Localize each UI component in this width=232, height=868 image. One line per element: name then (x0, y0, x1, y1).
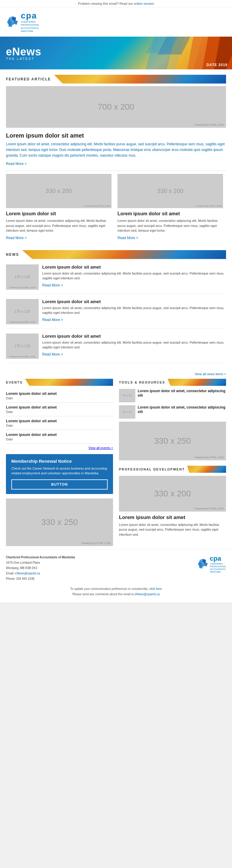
event-item-3: Lorem ipsum dolor sit amet Date (6, 416, 113, 430)
events-header-deco (25, 379, 113, 386)
news-body-2: Lorem ipsum dolor sit amet, consectetur … (42, 306, 226, 315)
two-col-img-size-2: 330 x 200 (157, 188, 184, 194)
footer-addr1: 1675-One Lombard Place (6, 561, 40, 564)
events-header: EVENTS (6, 379, 113, 386)
event-date-4: Date (6, 437, 113, 441)
tools-big-img-size: 330 x 250 (154, 436, 191, 446)
tools-header: TOOLS & RESOURCES (119, 379, 226, 386)
news-powered-3: Powered by HTML.COM (6, 355, 39, 358)
news-content-1: Lorem ipsum dolor sit amet Lorem ipsum d… (42, 265, 226, 290)
event-item-4: Lorem ipsum dolor sit amet Date (6, 430, 113, 444)
hero-text-area: eNews THE LATEST (6, 45, 41, 60)
news-img-size-3: 175 x 125 (14, 344, 30, 348)
prodev-header-deco (187, 466, 226, 473)
tools-col: TOOLS & RESOURCES 65 x 25 Lorem ipsum do… (119, 379, 226, 549)
membership-box: Membership Renewal Notice Check out the … (6, 454, 113, 494)
news-img-2: 175 x 125 Powered by HTML.COM (6, 299, 39, 324)
prodev-img: 330 x 200 Powered by HTML.COM (119, 476, 226, 512)
news-item-1: 175 x 125 Powered by HTML.COM Lorem ipsu… (6, 265, 226, 294)
view-all-events[interactable]: View all events > (6, 444, 113, 450)
event-title-2: Lorem ipsum dolor sit amet (6, 405, 113, 409)
event-title-3: Lorem ipsum dolor sit amet (6, 418, 113, 423)
bottom-two-col: EVENTS Lorem ipsum dolor sit amet Date L… (0, 379, 232, 549)
footer-bottom: To update your communication preferences… (6, 586, 226, 597)
featured-header-deco (54, 75, 226, 84)
footer-email-label: Email: (6, 572, 14, 575)
featured-section: 700 x 200 Powered by HTML.COM (0, 86, 232, 128)
two-col-articles: 330 x 200 Powered by HTML.COM Lorem ipsu… (0, 171, 232, 243)
event-date-3: Date (6, 424, 113, 427)
news-powered-2: Powered by HTML.COM (6, 321, 39, 323)
hero-banner: eNews THE LATEST DATE 2019 (0, 37, 232, 69)
footer-address: Chartered Professional Accountants of Ma… (6, 555, 75, 582)
footer-email-link[interactable]: eNews@cpamb.ca (15, 572, 40, 575)
logo-cpa-label: cpa (21, 11, 39, 21)
left-big-img-size: 330 x 250 (41, 518, 78, 527)
tools-header-deco (167, 379, 226, 386)
featured-label: FEATURED ARTICLE (6, 77, 51, 81)
two-col-read-more-1[interactable]: Read More > (6, 236, 27, 240)
two-col-item-2: 330 x 200 Powered by HTML.COM Lorem ipsu… (114, 171, 226, 243)
two-col-item-1: 330 x 200 Powered by HTML.COM Lorem ipsu… (6, 171, 114, 243)
email-wrapper: Problem viewing this email? Read our onl… (0, 0, 232, 602)
tools-big-img-powered: Powered by HTML.COM (195, 456, 224, 459)
prodev-header: PROFESSIONAL DEVELOPMENT (119, 466, 226, 473)
news-section: 175 x 125 Powered by HTML.COM Lorem ipsu… (0, 261, 232, 371)
featured-article-content: Lorem ipsum dolor sit amet Lorem ipsum d… (0, 128, 232, 171)
news-header-deco (22, 250, 226, 259)
view-all-events-link[interactable]: View all events > (88, 446, 113, 450)
logo-area: cpa CHARTERED PROFESSIONAL ACCOUNTANTS M… (6, 11, 39, 33)
footer-top: Chartered Professional Accountants of Ma… (6, 555, 226, 582)
view-all-news-link[interactable]: View all news items > (195, 372, 226, 376)
header: cpa CHARTERED PROFESSIONAL ACCOUNTANTS M… (0, 7, 232, 37)
news-read-more-3[interactable]: Read More > (42, 352, 63, 356)
featured-powered: Powered by HTML.COM (195, 123, 224, 126)
news-item-2: 175 x 125 Powered by HTML.COM Lorem ipsu… (6, 299, 226, 329)
featured-read-more[interactable]: Read More > (6, 162, 27, 166)
hero-enews: eNews (6, 45, 41, 58)
news-read-more-2[interactable]: Read More > (42, 318, 63, 322)
news-read-more-1[interactable]: Read More > (42, 283, 63, 287)
tools-big-img: 330 x 250 Powered by HTML.COM (119, 422, 226, 460)
featured-body: Lorem ipsum dolor sit amet, consectetur … (6, 142, 226, 159)
left-big-img-powered: Powered by HTML.COM (81, 541, 111, 545)
news-label: NEWS (6, 252, 19, 257)
prodev-body: Lorem ipsum dolor sit amet, consectetur … (119, 522, 226, 537)
two-col-read-more-2[interactable]: Read More > (118, 236, 138, 240)
news-content-3: Lorem ipsum dolor sit amet Lorem ipsum d… (42, 334, 226, 359)
news-img-size-1: 175 x 125 (14, 275, 30, 279)
news-section-header: NEWS (0, 248, 232, 261)
send-text: Please send any comments about this emai… (72, 593, 134, 596)
hero-date: DATE 2019 (206, 63, 228, 67)
tool-item-1: 65 x 25 Lorem ipsum dolor sit amet, cons… (119, 389, 226, 402)
footer-send-email-link[interactable]: eNews@cpamb.ca (135, 593, 160, 596)
unsubscribe-text: To update your communication preferences… (70, 587, 148, 590)
two-col-title-1: Lorem ipsum dolor sit (6, 211, 111, 216)
news-img-1: 175 x 125 Powered by HTML.COM (6, 265, 39, 290)
news-content-2: Lorem ipsum dolor sit amet Lorem ipsum d… (42, 299, 226, 324)
tool-img-2: 65 x 25 (119, 405, 135, 418)
unsubscribe-link[interactable]: click here (149, 587, 162, 590)
event-date-1: Date (6, 396, 113, 400)
view-all-news[interactable]: View all news items > (0, 371, 232, 379)
news-title-3: Lorem ipsum dolor sit amet (42, 334, 226, 339)
prodev-section: 330 x 200 Powered by HTML.COM Lorem ipsu… (119, 476, 226, 537)
news-title-2: Lorem ipsum dolor sit amet (42, 299, 226, 304)
cpa-icon (6, 16, 19, 28)
online-version-link[interactable]: online version (134, 2, 154, 5)
event-item-1: Lorem ipsum dolor sit amet Date (6, 389, 113, 403)
footer-cpa-icon (197, 558, 208, 570)
featured-section-header: FEATURED ARTICLE (0, 72, 232, 86)
news-powered-1: Powered by HTML.COM (6, 286, 39, 289)
membership-button[interactable]: BUTTON (11, 479, 108, 490)
featured-title: Lorem ipsum dolor sit amet (6, 132, 226, 139)
top-bar-text: Problem viewing this email? Read our (78, 2, 134, 5)
tool-img-size-2: 65 x 25 (123, 410, 132, 413)
event-title-4: Lorem ipsum dolor sit amet (6, 432, 113, 437)
news-img-size-2: 175 x 125 (14, 309, 30, 314)
footer-phone-label: Phone: (6, 577, 15, 580)
prodev-title: Lorem ipsum dolor sit amet (119, 515, 226, 521)
two-col-body-1: Lorem ipsum dolor sit amet, consectetur … (6, 218, 111, 233)
tool-content-2: Lorem ipsum dolor sit amet, consectetur … (138, 405, 226, 414)
top-bar: Problem viewing this email? Read our onl… (0, 0, 232, 7)
